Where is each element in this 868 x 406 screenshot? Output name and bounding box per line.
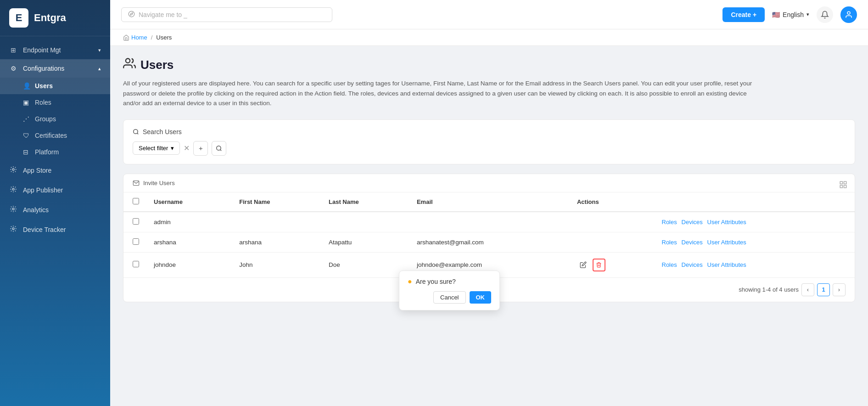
chevron-up-icon: ▴ xyxy=(98,66,101,72)
breadcrumb: Home / Users xyxy=(110,29,868,46)
tracker-icon xyxy=(9,225,17,234)
user-icon: 👤 xyxy=(23,82,30,90)
search-panel: Search Users Select filter ▾ ✕ + xyxy=(123,119,855,164)
create-button[interactable]: Create + xyxy=(722,7,765,22)
svg-rect-13 xyxy=(844,181,846,184)
action-icons xyxy=(577,259,647,271)
user-attributes-link[interactable]: User Attributes xyxy=(707,219,746,226)
filter-clear-button[interactable]: ✕ xyxy=(184,144,190,152)
grid-icon: ⊞ xyxy=(9,46,17,54)
sidebar-item-device-tracker[interactable]: Device Tracker xyxy=(0,220,110,239)
roles-icon: ▣ xyxy=(23,99,30,106)
confirm-text: Are you sure? xyxy=(416,278,456,285)
export-icon[interactable] xyxy=(839,180,847,190)
sidebar-item-users[interactable]: 👤 Users xyxy=(0,78,110,94)
navigate-placeholder: Navigate me to _ xyxy=(139,11,187,18)
breadcrumb-current: Users xyxy=(156,34,172,41)
language-selector[interactable]: 🇺🇸 English ▾ xyxy=(772,11,809,18)
sidebar-item-certificates[interactable]: 🛡 Certificates xyxy=(0,127,110,144)
chevron-down-icon: ▾ xyxy=(98,47,101,53)
devices-link[interactable]: Devices xyxy=(682,239,703,246)
sidebar-item-roles[interactable]: ▣ Roles xyxy=(0,94,110,111)
roles-link[interactable]: Roles xyxy=(662,261,677,268)
svg-point-3 xyxy=(12,228,14,230)
notification-bell[interactable] xyxy=(817,6,833,23)
brand-icon: E xyxy=(9,8,28,28)
cell-firstname xyxy=(232,212,321,232)
navigate-search[interactable]: Navigate me to _ xyxy=(121,7,332,22)
filter-add-button[interactable]: + xyxy=(193,141,208,156)
svg-point-8 xyxy=(134,130,138,134)
next-page-button[interactable]: › xyxy=(833,283,846,296)
search-filter-row: Select filter ▾ ✕ + xyxy=(133,141,846,156)
row-checkbox[interactable] xyxy=(133,238,139,245)
table-header-row: Username First Name Last Name Email Acti… xyxy=(123,192,855,212)
filter-select[interactable]: Select filter ▾ xyxy=(133,141,180,155)
chevron-down-icon: ▾ xyxy=(171,145,174,152)
svg-rect-12 xyxy=(840,181,842,184)
sidebar-item-configurations[interactable]: ⚙ Configurations ▴ xyxy=(0,59,110,78)
invite-users-row[interactable]: Invite Users xyxy=(123,174,855,192)
cell-email xyxy=(409,212,570,232)
svg-rect-14 xyxy=(844,185,846,187)
invite-users-label: Invite Users xyxy=(143,180,175,186)
ok-button[interactable]: OK xyxy=(470,291,492,304)
svg-point-6 xyxy=(847,11,850,14)
cell-lastname xyxy=(321,212,409,232)
svg-point-2 xyxy=(12,208,14,210)
cell-firstname: arshana xyxy=(232,232,321,252)
breadcrumb-home[interactable]: Home xyxy=(131,34,147,41)
delete-button[interactable] xyxy=(593,259,605,271)
cell-action-links: Roles Devices User Attributes xyxy=(655,252,855,277)
sidebar-item-endpoint-mgt[interactable]: ⊞ Endpoint Mgt ▾ xyxy=(0,41,110,59)
sidebar-nav: ⊞ Endpoint Mgt ▾ ⚙ Configurations ▴ 👤 Us… xyxy=(0,36,110,406)
roles-link[interactable]: Roles xyxy=(662,239,677,246)
table-section: Invite Users Username First Name Last Na… xyxy=(123,174,855,302)
filter-search-button[interactable] xyxy=(212,141,226,156)
users-table: Username First Name Last Name Email Acti… xyxy=(123,192,855,277)
page-title: Users xyxy=(140,58,174,72)
prev-page-button[interactable]: ‹ xyxy=(801,283,814,296)
sidebar-item-app-publisher[interactable]: App Publisher xyxy=(0,180,110,200)
svg-line-9 xyxy=(137,133,139,134)
cell-action-links: Roles Devices User Attributes xyxy=(655,232,855,252)
users-title-icon xyxy=(123,57,136,73)
edit-button[interactable] xyxy=(577,259,590,271)
search-panel-title: Search Users xyxy=(133,128,846,135)
groups-icon: ⋰ xyxy=(23,115,30,123)
content: Home / Users Users All of your registere… xyxy=(110,29,868,406)
cell-username: admin xyxy=(146,212,232,232)
select-all-checkbox[interactable] xyxy=(133,198,139,204)
sidebar-item-label: Endpoint Mgt xyxy=(23,46,61,54)
devices-link[interactable]: Devices xyxy=(682,219,703,226)
cell-actions xyxy=(570,212,655,232)
svg-point-0 xyxy=(12,169,14,170)
confirm-buttons: Cancel OK xyxy=(408,291,491,304)
platform-icon: ⊟ xyxy=(23,148,30,156)
cell-username: arshana xyxy=(146,232,232,252)
brand-name: Entgra xyxy=(34,12,66,24)
user-avatar[interactable] xyxy=(840,6,857,23)
roles-link[interactable]: Roles xyxy=(662,219,677,226)
row-checkbox[interactable] xyxy=(133,218,139,225)
sidebar-item-app-store[interactable]: App Store xyxy=(0,160,110,180)
user-attributes-link[interactable]: User Attributes xyxy=(707,261,746,268)
col-actions: Actions xyxy=(570,192,655,212)
sidebar-item-platform[interactable]: ⊟ Platform xyxy=(0,144,110,160)
compass-icon xyxy=(128,11,135,19)
devices-link[interactable]: Devices xyxy=(682,261,703,268)
sidebar-item-analytics[interactable]: Analytics xyxy=(0,200,110,220)
cancel-button[interactable]: Cancel xyxy=(433,291,465,304)
confirm-popover: ● Are you sure? Cancel OK xyxy=(399,271,500,310)
col-lastname: Last Name xyxy=(321,192,409,212)
sidebar-item-groups[interactable]: ⋰ Groups xyxy=(0,111,110,127)
cell-lastname: Doe xyxy=(321,252,409,277)
row-checkbox[interactable] xyxy=(133,261,139,267)
search-panel-label: Search Users xyxy=(143,128,182,135)
col-extra xyxy=(655,192,855,212)
topbar: Navigate me to _ Create + 🇺🇸 English ▾ xyxy=(110,0,868,29)
svg-marker-5 xyxy=(130,12,133,15)
page-title-row: Users xyxy=(123,57,855,73)
current-page[interactable]: 1 xyxy=(817,283,830,296)
user-attributes-link[interactable]: User Attributes xyxy=(707,239,746,246)
